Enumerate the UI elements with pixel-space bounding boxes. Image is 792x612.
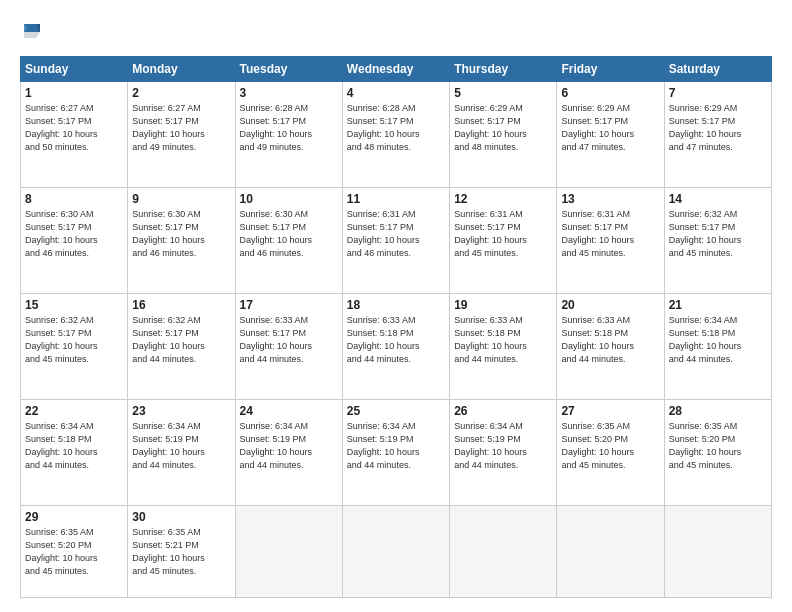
calendar-cell: 15Sunrise: 6:32 AM Sunset: 5:17 PM Dayli… bbox=[21, 294, 128, 400]
day-info: Sunrise: 6:31 AM Sunset: 5:17 PM Dayligh… bbox=[561, 208, 659, 260]
calendar-cell: 19Sunrise: 6:33 AM Sunset: 5:18 PM Dayli… bbox=[450, 294, 557, 400]
day-number: 15 bbox=[25, 298, 123, 312]
page: SundayMondayTuesdayWednesdayThursdayFrid… bbox=[0, 0, 792, 612]
day-info: Sunrise: 6:35 AM Sunset: 5:20 PM Dayligh… bbox=[561, 420, 659, 472]
day-info: Sunrise: 6:34 AM Sunset: 5:18 PM Dayligh… bbox=[669, 314, 767, 366]
day-number: 3 bbox=[240, 86, 338, 100]
calendar-week-5: 29Sunrise: 6:35 AM Sunset: 5:20 PM Dayli… bbox=[21, 506, 772, 598]
day-info: Sunrise: 6:31 AM Sunset: 5:17 PM Dayligh… bbox=[454, 208, 552, 260]
day-number: 10 bbox=[240, 192, 338, 206]
calendar-cell: 23Sunrise: 6:34 AM Sunset: 5:19 PM Dayli… bbox=[128, 400, 235, 506]
day-info: Sunrise: 6:30 AM Sunset: 5:17 PM Dayligh… bbox=[132, 208, 230, 260]
day-info: Sunrise: 6:34 AM Sunset: 5:18 PM Dayligh… bbox=[25, 420, 123, 472]
day-info: Sunrise: 6:35 AM Sunset: 5:20 PM Dayligh… bbox=[669, 420, 767, 472]
calendar-cell bbox=[450, 506, 557, 598]
day-number: 24 bbox=[240, 404, 338, 418]
calendar-cell: 24Sunrise: 6:34 AM Sunset: 5:19 PM Dayli… bbox=[235, 400, 342, 506]
calendar-cell: 10Sunrise: 6:30 AM Sunset: 5:17 PM Dayli… bbox=[235, 188, 342, 294]
day-number: 28 bbox=[669, 404, 767, 418]
calendar-cell: 21Sunrise: 6:34 AM Sunset: 5:18 PM Dayli… bbox=[664, 294, 771, 400]
day-info: Sunrise: 6:33 AM Sunset: 5:18 PM Dayligh… bbox=[454, 314, 552, 366]
day-info: Sunrise: 6:29 AM Sunset: 5:17 PM Dayligh… bbox=[454, 102, 552, 154]
weekday-header-friday: Friday bbox=[557, 57, 664, 82]
day-number: 7 bbox=[669, 86, 767, 100]
day-number: 9 bbox=[132, 192, 230, 206]
day-info: Sunrise: 6:34 AM Sunset: 5:19 PM Dayligh… bbox=[454, 420, 552, 472]
day-info: Sunrise: 6:33 AM Sunset: 5:18 PM Dayligh… bbox=[347, 314, 445, 366]
day-info: Sunrise: 6:34 AM Sunset: 5:19 PM Dayligh… bbox=[240, 420, 338, 472]
day-number: 14 bbox=[669, 192, 767, 206]
logo-icon bbox=[20, 18, 48, 46]
day-info: Sunrise: 6:35 AM Sunset: 5:20 PM Dayligh… bbox=[25, 526, 123, 578]
day-info: Sunrise: 6:27 AM Sunset: 5:17 PM Dayligh… bbox=[132, 102, 230, 154]
weekday-header-wednesday: Wednesday bbox=[342, 57, 449, 82]
day-info: Sunrise: 6:30 AM Sunset: 5:17 PM Dayligh… bbox=[25, 208, 123, 260]
header bbox=[20, 18, 772, 46]
day-number: 12 bbox=[454, 192, 552, 206]
day-number: 4 bbox=[347, 86, 445, 100]
weekday-header-thursday: Thursday bbox=[450, 57, 557, 82]
calendar-cell: 9Sunrise: 6:30 AM Sunset: 5:17 PM Daylig… bbox=[128, 188, 235, 294]
calendar-cell: 28Sunrise: 6:35 AM Sunset: 5:20 PM Dayli… bbox=[664, 400, 771, 506]
day-number: 8 bbox=[25, 192, 123, 206]
day-number: 5 bbox=[454, 86, 552, 100]
calendar-table: SundayMondayTuesdayWednesdayThursdayFrid… bbox=[20, 56, 772, 598]
calendar-cell bbox=[557, 506, 664, 598]
calendar-cell: 17Sunrise: 6:33 AM Sunset: 5:17 PM Dayli… bbox=[235, 294, 342, 400]
calendar-cell: 27Sunrise: 6:35 AM Sunset: 5:20 PM Dayli… bbox=[557, 400, 664, 506]
calendar-cell: 30Sunrise: 6:35 AM Sunset: 5:21 PM Dayli… bbox=[128, 506, 235, 598]
calendar-cell: 16Sunrise: 6:32 AM Sunset: 5:17 PM Dayli… bbox=[128, 294, 235, 400]
day-info: Sunrise: 6:29 AM Sunset: 5:17 PM Dayligh… bbox=[669, 102, 767, 154]
calendar-cell: 7Sunrise: 6:29 AM Sunset: 5:17 PM Daylig… bbox=[664, 82, 771, 188]
calendar-cell: 14Sunrise: 6:32 AM Sunset: 5:17 PM Dayli… bbox=[664, 188, 771, 294]
day-info: Sunrise: 6:32 AM Sunset: 5:17 PM Dayligh… bbox=[132, 314, 230, 366]
calendar-cell bbox=[235, 506, 342, 598]
day-info: Sunrise: 6:30 AM Sunset: 5:17 PM Dayligh… bbox=[240, 208, 338, 260]
day-number: 21 bbox=[669, 298, 767, 312]
weekday-header-saturday: Saturday bbox=[664, 57, 771, 82]
day-number: 22 bbox=[25, 404, 123, 418]
day-number: 13 bbox=[561, 192, 659, 206]
day-number: 27 bbox=[561, 404, 659, 418]
calendar-week-1: 1Sunrise: 6:27 AM Sunset: 5:17 PM Daylig… bbox=[21, 82, 772, 188]
day-number: 19 bbox=[454, 298, 552, 312]
calendar-cell: 11Sunrise: 6:31 AM Sunset: 5:17 PM Dayli… bbox=[342, 188, 449, 294]
logo bbox=[20, 18, 52, 46]
day-number: 30 bbox=[132, 510, 230, 524]
day-number: 29 bbox=[25, 510, 123, 524]
day-info: Sunrise: 6:35 AM Sunset: 5:21 PM Dayligh… bbox=[132, 526, 230, 578]
weekday-header-sunday: Sunday bbox=[21, 57, 128, 82]
day-info: Sunrise: 6:32 AM Sunset: 5:17 PM Dayligh… bbox=[669, 208, 767, 260]
day-number: 26 bbox=[454, 404, 552, 418]
day-info: Sunrise: 6:33 AM Sunset: 5:17 PM Dayligh… bbox=[240, 314, 338, 366]
day-number: 18 bbox=[347, 298, 445, 312]
day-number: 11 bbox=[347, 192, 445, 206]
day-info: Sunrise: 6:29 AM Sunset: 5:17 PM Dayligh… bbox=[561, 102, 659, 154]
day-number: 2 bbox=[132, 86, 230, 100]
day-number: 23 bbox=[132, 404, 230, 418]
day-info: Sunrise: 6:34 AM Sunset: 5:19 PM Dayligh… bbox=[132, 420, 230, 472]
day-info: Sunrise: 6:28 AM Sunset: 5:17 PM Dayligh… bbox=[240, 102, 338, 154]
day-info: Sunrise: 6:31 AM Sunset: 5:17 PM Dayligh… bbox=[347, 208, 445, 260]
calendar-cell: 12Sunrise: 6:31 AM Sunset: 5:17 PM Dayli… bbox=[450, 188, 557, 294]
day-info: Sunrise: 6:33 AM Sunset: 5:18 PM Dayligh… bbox=[561, 314, 659, 366]
calendar-cell: 8Sunrise: 6:30 AM Sunset: 5:17 PM Daylig… bbox=[21, 188, 128, 294]
calendar-cell: 2Sunrise: 6:27 AM Sunset: 5:17 PM Daylig… bbox=[128, 82, 235, 188]
calendar-header-row: SundayMondayTuesdayWednesdayThursdayFrid… bbox=[21, 57, 772, 82]
calendar-cell: 1Sunrise: 6:27 AM Sunset: 5:17 PM Daylig… bbox=[21, 82, 128, 188]
calendar-week-4: 22Sunrise: 6:34 AM Sunset: 5:18 PM Dayli… bbox=[21, 400, 772, 506]
calendar-cell: 25Sunrise: 6:34 AM Sunset: 5:19 PM Dayli… bbox=[342, 400, 449, 506]
day-number: 17 bbox=[240, 298, 338, 312]
calendar-cell: 22Sunrise: 6:34 AM Sunset: 5:18 PM Dayli… bbox=[21, 400, 128, 506]
weekday-header-monday: Monday bbox=[128, 57, 235, 82]
day-number: 6 bbox=[561, 86, 659, 100]
calendar-cell bbox=[664, 506, 771, 598]
weekday-header-tuesday: Tuesday bbox=[235, 57, 342, 82]
calendar-cell: 13Sunrise: 6:31 AM Sunset: 5:17 PM Dayli… bbox=[557, 188, 664, 294]
calendar-cell: 26Sunrise: 6:34 AM Sunset: 5:19 PM Dayli… bbox=[450, 400, 557, 506]
calendar-week-2: 8Sunrise: 6:30 AM Sunset: 5:17 PM Daylig… bbox=[21, 188, 772, 294]
day-number: 16 bbox=[132, 298, 230, 312]
calendar-cell bbox=[342, 506, 449, 598]
day-info: Sunrise: 6:34 AM Sunset: 5:19 PM Dayligh… bbox=[347, 420, 445, 472]
day-number: 25 bbox=[347, 404, 445, 418]
